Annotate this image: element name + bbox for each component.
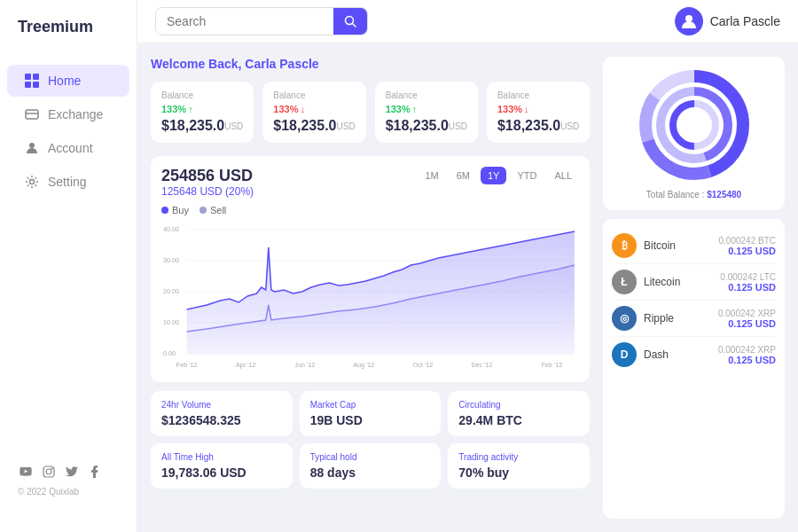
svg-text:0.00: 0.00 (163, 350, 176, 357)
card-pct-2: 133% ↑ (386, 104, 418, 114)
youtube-icon[interactable] (18, 464, 34, 480)
stat-card-5: Trading activity 70% buy (448, 443, 590, 489)
stat-label-1: Market Cap (310, 400, 431, 410)
card-pct-1: 133% ↓ (273, 104, 305, 114)
sell-dot (200, 207, 207, 214)
tab-6m[interactable]: 6M (450, 167, 477, 184)
coin-amounts-bitcoin: 0.000242 BTC 0.125 USD (719, 236, 777, 256)
stat-card-4: Typical hold 88 days (300, 443, 442, 489)
buy-label: Buy (172, 205, 189, 215)
stat-card-3: All Time High 19,783.06 USD (151, 443, 293, 489)
svg-point-9 (46, 469, 51, 474)
coin-name-bitcoin: Bitcoin (644, 239, 712, 252)
ripple-usd: 0.125 USD (718, 318, 776, 329)
stats-row-1: 24hr Volume $1236548.325 Market Cap 19B … (151, 391, 590, 436)
bitcoin-crypto: 0.000242 BTC (719, 236, 777, 246)
svg-point-6 (29, 143, 35, 148)
svg-rect-4 (26, 110, 38, 119)
donut-container: Total Balance : $125480 (603, 57, 785, 210)
tab-ytd[interactable]: YTD (510, 167, 544, 184)
card-label-3: Balance (497, 90, 579, 100)
search-button[interactable] (333, 8, 367, 35)
balance-card-1: Balance 133% ↓ $18,235.0 USD (262, 82, 365, 143)
stat-card-1: Market Cap 19B USD (300, 391, 442, 436)
sidebar-item-exchange[interactable]: Exchange (7, 98, 129, 130)
sidebar-label-setting: Setting (48, 175, 87, 189)
chart-legend: Buy Sell (161, 205, 579, 215)
tab-all[interactable]: ALL (547, 167, 579, 184)
sidebar-footer: © 2022 Quixlab (0, 446, 137, 514)
sidebar-label-exchange: Exchange (48, 107, 103, 121)
content-left: Welcome Back, Carla Pascle Balance 133% … (137, 43, 603, 532)
social-icons (18, 464, 119, 480)
stat-value-2: 29.4M BTC (458, 413, 579, 427)
bitcoin-icon: ₿ (612, 233, 637, 258)
coin-list: ₿ Bitcoin 0.000242 BTC 0.125 USD Ł Litec… (603, 219, 785, 519)
svg-text:Oct '12: Oct '12 (413, 362, 434, 369)
user-info[interactable]: Carla Pascle (675, 7, 780, 35)
setting-icon (25, 175, 39, 189)
stat-value-3: 19,783.06 USD (161, 466, 282, 480)
coin-amounts-dash: 0.000242 XRP 0.125 USD (718, 345, 776, 365)
svg-text:10.00: 10.00 (163, 319, 179, 326)
ripple-icon: ◎ (612, 306, 637, 331)
card-label-1: Balance (273, 90, 355, 100)
coin-item-ripple: ◎ Ripple 0.000242 XRP 0.125 USD (612, 301, 776, 337)
card-value-1: $18,235.0 (273, 118, 336, 134)
sidebar-item-account[interactable]: Account (7, 132, 129, 164)
user-name: Carla Pascle (710, 14, 780, 28)
balance-card-2: Balance 133% ↑ $18,235.0 USD (375, 82, 478, 143)
sidebar-item-setting[interactable]: Setting (7, 166, 129, 198)
svg-text:30.00: 30.00 (163, 257, 179, 264)
card-pct-3: 133% ↓ (497, 104, 529, 114)
sell-label: Sell (210, 205, 226, 215)
card-label-2: Balance (386, 90, 467, 100)
balance-card-0: Balance 133% ↑ $18,235.0 USD (151, 82, 254, 143)
facebook-icon[interactable] (87, 464, 103, 480)
stat-card-2: Circulating 29.4M BTC (448, 391, 590, 436)
stat-value-0: $1236548.325 (161, 413, 282, 427)
content-area: Welcome Back, Carla Pascle Balance 133% … (137, 43, 798, 532)
sidebar-item-home[interactable]: Home (7, 65, 129, 97)
dash-crypto: 0.000242 XRP (718, 345, 776, 355)
stat-card-0: 24hr Volume $1236548.325 (151, 391, 293, 436)
chart-sub-value: 125648 USD (20%) (161, 185, 254, 198)
coin-amounts-ripple: 0.000242 XRP 0.125 USD (718, 309, 776, 329)
chart-svg: 40.00 30.00 20.00 10.00 0.00 (161, 221, 579, 372)
coin-name-dash: Dash (644, 348, 711, 361)
chart-header: 254856 USD 125648 USD (20%) 1M 6M 1Y YTD… (161, 167, 579, 198)
chart-values: 254856 USD 125648 USD (20%) (161, 167, 254, 198)
coin-item-litecoin: Ł Litecoin 0.000242 LTC 0.125 USD (612, 264, 776, 301)
svg-rect-1 (33, 74, 39, 80)
total-balance-value: $125480 (707, 190, 741, 200)
dash-icon: D (612, 342, 637, 367)
chart-main-value: 254856 USD (161, 167, 254, 185)
stat-label-0: 24hr Volume (161, 400, 282, 410)
svg-text:Jun '12: Jun '12 (294, 362, 315, 369)
welcome-name: Carla Pascle (245, 57, 318, 71)
welcome-prefix: Welcome Back, (151, 57, 241, 71)
content-right: Total Balance : $125480 ₿ Bitcoin 0.0002… (603, 43, 798, 532)
svg-text:Feb '12: Feb '12 (176, 362, 198, 369)
svg-text:Feb '13: Feb '13 (541, 362, 562, 369)
account-icon (25, 141, 39, 155)
svg-text:20.00: 20.00 (163, 288, 179, 295)
stat-label-2: Circulating (458, 400, 579, 410)
tab-1m[interactable]: 1M (418, 167, 445, 184)
header: Carla Pascle (137, 0, 798, 43)
chart-tabs: 1M 6M 1Y YTD ALL (418, 167, 579, 184)
sidebar-label-account: Account (48, 141, 93, 155)
tab-1y[interactable]: 1Y (481, 167, 506, 184)
search-input[interactable] (156, 9, 333, 34)
twitter-icon[interactable] (64, 464, 80, 480)
home-icon (25, 74, 39, 88)
dash-usd: 0.125 USD (718, 355, 776, 365)
stat-label-4: Typical hold (310, 452, 431, 462)
card-currency-2: USD (449, 121, 467, 131)
buy-dot (161, 207, 168, 214)
coin-name-ripple: Ripple (644, 312, 711, 325)
card-currency-3: USD (560, 121, 579, 131)
instagram-icon[interactable] (41, 464, 57, 480)
card-value-0: $18,235.0 (161, 118, 224, 134)
svg-text:40.00: 40.00 (163, 226, 179, 233)
